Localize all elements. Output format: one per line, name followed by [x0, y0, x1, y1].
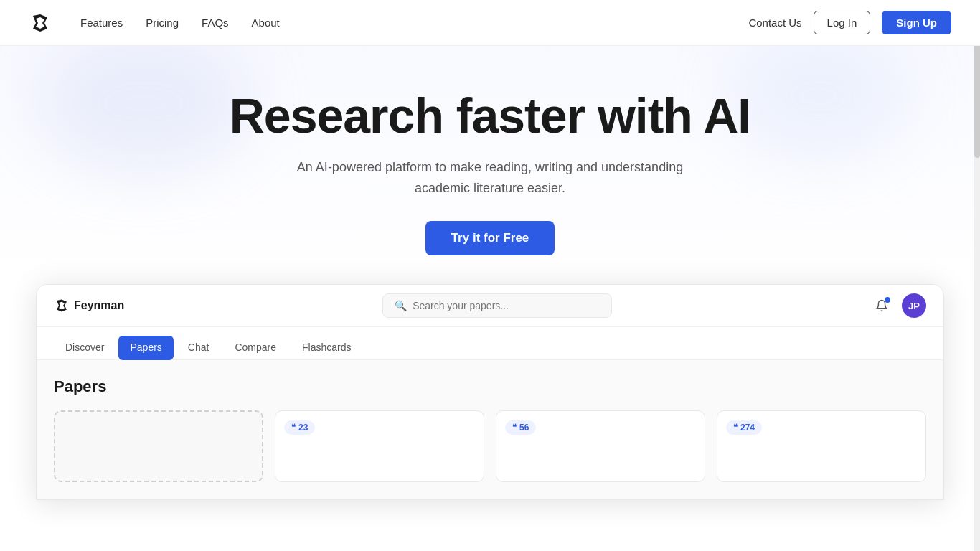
tab-discover[interactable]: Discover	[54, 336, 116, 360]
search-icon: 🔍	[395, 300, 407, 311]
tab-chat[interactable]: Chat	[176, 336, 221, 360]
navbar-left: Features Pricing FAQs About	[29, 11, 280, 34]
paper-card-2[interactable]: ❝ 56	[496, 410, 705, 482]
app-content: Papers ❝ 23 ❝ 56	[37, 360, 943, 499]
login-button[interactable]: Log In	[814, 11, 871, 34]
hero-section: Research faster with AI An AI-powered pl…	[0, 46, 980, 284]
notification-badge	[885, 297, 890, 303]
app-nav-right: JP	[870, 293, 926, 318]
hero-subtitle: An AI-powered platform to make reading, …	[268, 157, 712, 199]
navbar-right: Contact Us Log In Sign Up	[748, 11, 951, 34]
papers-grid: ❝ 23 ❝ 56 ❝ 274	[54, 410, 926, 482]
app-search-bar[interactable]: 🔍	[382, 293, 612, 318]
paper-card-3[interactable]: ❝ 274	[717, 410, 926, 482]
quote-icon-1: ❝	[291, 423, 296, 432]
notification-button[interactable]	[870, 294, 893, 317]
tab-papers[interactable]: Papers	[118, 336, 173, 360]
app-preview: Feynman 🔍 JP Discover	[36, 284, 944, 500]
nav-link-pricing[interactable]: Pricing	[146, 17, 179, 29]
paper-card-1[interactable]: ❝ 23	[275, 410, 484, 482]
nav-link-features[interactable]: Features	[80, 17, 123, 29]
app-logo-icon	[54, 298, 70, 314]
logo[interactable]	[29, 11, 52, 34]
tab-compare[interactable]: Compare	[223, 336, 288, 360]
tab-flashcards[interactable]: Flashcards	[291, 336, 362, 360]
app-logo: Feynman	[54, 298, 124, 314]
scrollbar[interactable]	[974, 0, 980, 551]
nav-link-about[interactable]: About	[252, 17, 280, 29]
signup-button[interactable]: Sign Up	[882, 11, 951, 34]
app-preview-wrapper: Feynman 🔍 JP Discover	[36, 284, 944, 500]
citation-badge-3: ❝ 274	[726, 420, 762, 435]
nav-links: Features Pricing FAQs About	[80, 17, 280, 29]
hero-title: Research faster with AI	[14, 89, 966, 143]
app-tabs: Discover Papers Chat Compare Flashcards	[37, 327, 943, 360]
main-navbar: Features Pricing FAQs About Contact Us L…	[0, 0, 980, 46]
citation-badge-2: ❝ 56	[505, 420, 536, 435]
search-input[interactable]	[413, 300, 600, 311]
hero-content: Research faster with AI An AI-powered pl…	[14, 89, 966, 255]
logo-icon	[29, 11, 52, 34]
avatar[interactable]: JP	[902, 293, 926, 318]
app-logo-text: Feynman	[74, 299, 124, 312]
paper-card-empty[interactable]	[54, 410, 263, 482]
quote-icon-3: ❝	[733, 423, 738, 432]
app-navbar: Feynman 🔍 JP	[37, 285, 943, 327]
nav-link-faqs[interactable]: FAQs	[202, 17, 229, 29]
try-free-button[interactable]: Try it for Free	[425, 221, 555, 255]
contact-link[interactable]: Contact Us	[748, 17, 801, 29]
citation-badge-1: ❝ 23	[284, 420, 315, 435]
papers-section-title: Papers	[54, 377, 926, 396]
quote-icon-2: ❝	[512, 423, 517, 432]
